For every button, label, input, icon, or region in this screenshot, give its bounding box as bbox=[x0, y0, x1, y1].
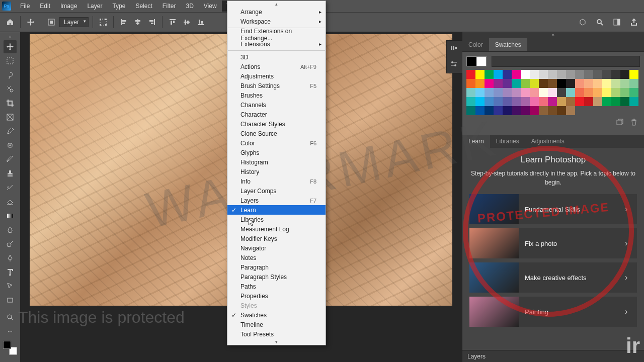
menuitem-brushes[interactable]: Brushes bbox=[227, 90, 326, 100]
lesson-fix-a-photo[interactable]: Fix a photo› bbox=[469, 228, 637, 258]
swatch[interactable] bbox=[494, 79, 503, 88]
swatch[interactable] bbox=[503, 106, 512, 115]
swatch[interactable] bbox=[593, 79, 602, 88]
swatch[interactable] bbox=[548, 70, 557, 79]
swatch[interactable] bbox=[485, 97, 494, 106]
menuitem-arrange[interactable]: Arrange bbox=[227, 7, 326, 17]
align-vcenter-icon[interactable] bbox=[181, 16, 193, 28]
swatch[interactable] bbox=[494, 106, 503, 115]
menuitem-workspace[interactable]: Workspace bbox=[227, 17, 326, 26]
menu-edit[interactable]: Edit bbox=[35, 1, 55, 12]
eraser-tool[interactable] bbox=[4, 195, 17, 208]
properties-panel-icon[interactable] bbox=[450, 60, 460, 70]
menuitem-libraries[interactable]: Libraries bbox=[227, 215, 326, 224]
swatch[interactable] bbox=[557, 70, 566, 79]
swatch[interactable] bbox=[512, 79, 521, 88]
swatch[interactable] bbox=[503, 88, 512, 97]
tab-adjustments[interactable]: Adjustments bbox=[525, 135, 571, 148]
quick-select-tool[interactable] bbox=[4, 82, 17, 96]
menuitem-paragraph[interactable]: Paragraph bbox=[227, 262, 326, 272]
stamp-tool[interactable] bbox=[4, 167, 17, 180]
menu-3d[interactable]: 3D bbox=[181, 1, 198, 12]
zoom-tool[interactable] bbox=[4, 311, 17, 324]
swatch[interactable] bbox=[584, 88, 593, 97]
share-icon[interactable] bbox=[628, 16, 640, 28]
swatch[interactable] bbox=[575, 79, 584, 88]
swatch[interactable] bbox=[548, 106, 557, 115]
swatch[interactable] bbox=[503, 97, 512, 106]
new-swatch-icon[interactable] bbox=[616, 118, 624, 128]
swatch[interactable] bbox=[475, 70, 485, 79]
3d-mode-icon[interactable] bbox=[577, 16, 589, 28]
history-brush-tool[interactable] bbox=[4, 181, 17, 194]
auto-select-dropdown[interactable]: Layer bbox=[59, 17, 89, 27]
swatch[interactable] bbox=[593, 88, 602, 97]
menuitem-swatches[interactable]: Swatches bbox=[227, 310, 326, 320]
swatch[interactable] bbox=[557, 79, 566, 88]
menuitem-character-styles[interactable]: Character Styles bbox=[227, 119, 326, 129]
swatch[interactable] bbox=[521, 97, 530, 106]
swatch[interactable] bbox=[575, 88, 584, 97]
menuitem-tool-presets[interactable]: Tool Presets bbox=[227, 329, 326, 339]
swatch[interactable] bbox=[539, 106, 548, 115]
swatch[interactable] bbox=[466, 79, 475, 88]
layers-panel-tab[interactable]: Layers bbox=[462, 350, 644, 362]
menu-file[interactable]: File bbox=[15, 1, 35, 12]
eyedropper-tool[interactable] bbox=[4, 125, 17, 138]
edit-toolbar[interactable]: ··· bbox=[4, 325, 17, 338]
swatch[interactable] bbox=[620, 79, 629, 88]
swatch[interactable] bbox=[629, 79, 638, 88]
swatch[interactable] bbox=[521, 106, 530, 115]
menuitem-extensions[interactable]: Extensions bbox=[227, 39, 326, 49]
swatch[interactable] bbox=[521, 79, 530, 88]
lesson-fundamental-skills[interactable]: Fundamental Skills› bbox=[469, 194, 637, 224]
crop-tool[interactable] bbox=[4, 97, 17, 110]
menu-select[interactable]: Select bbox=[130, 1, 157, 12]
swatch[interactable] bbox=[602, 70, 611, 79]
tab-swatches[interactable]: Swatches bbox=[489, 38, 527, 51]
menuitem-character[interactable]: Character bbox=[227, 110, 326, 119]
swatch[interactable] bbox=[620, 88, 629, 97]
healing-tool[interactable] bbox=[4, 139, 17, 152]
swatch[interactable] bbox=[539, 88, 548, 97]
swatch[interactable] bbox=[611, 97, 620, 106]
swatch[interactable] bbox=[593, 97, 602, 106]
swatch[interactable] bbox=[566, 106, 575, 115]
menuitem-brush-settings[interactable]: Brush SettingsF5 bbox=[227, 81, 326, 90]
menuitem-layers[interactable]: LayersF7 bbox=[227, 196, 326, 205]
move-tool[interactable] bbox=[4, 40, 17, 53]
swatch[interactable] bbox=[512, 106, 521, 115]
swatch[interactable] bbox=[575, 97, 584, 106]
menuitem-notes[interactable]: Notes bbox=[227, 253, 326, 262]
menuitem-learn[interactable]: Learn bbox=[227, 205, 326, 215]
align-top-icon[interactable] bbox=[167, 16, 179, 28]
menuitem-channels[interactable]: Channels bbox=[227, 100, 326, 110]
swatch[interactable] bbox=[584, 79, 593, 88]
menuitem-adjustments[interactable]: Adjustments bbox=[227, 71, 326, 81]
menu-view[interactable]: View bbox=[199, 1, 222, 12]
menuitem-modifier-keys[interactable]: Modifier Keys bbox=[227, 234, 326, 243]
swatch[interactable] bbox=[602, 88, 611, 97]
auto-select-icon[interactable] bbox=[45, 16, 57, 28]
swatch[interactable] bbox=[566, 70, 575, 79]
menu-image[interactable]: Image bbox=[55, 1, 82, 12]
menu-layer[interactable]: Layer bbox=[82, 1, 107, 12]
menuitem-paragraph-styles[interactable]: Paragraph Styles bbox=[227, 272, 326, 282]
swatch[interactable] bbox=[548, 97, 557, 106]
swatch[interactable] bbox=[466, 70, 475, 79]
align-bottom-icon[interactable] bbox=[195, 16, 207, 28]
swatch[interactable] bbox=[485, 70, 494, 79]
swatch[interactable] bbox=[512, 97, 521, 106]
swatch[interactable] bbox=[629, 70, 638, 79]
swatch[interactable] bbox=[512, 88, 521, 97]
tab-handle[interactable]: » bbox=[4, 34, 17, 39]
dodge-tool[interactable] bbox=[4, 237, 17, 250]
swatch[interactable] bbox=[611, 79, 620, 88]
swatch[interactable] bbox=[593, 70, 602, 79]
swatch[interactable] bbox=[629, 88, 638, 97]
swatch-search[interactable] bbox=[492, 56, 640, 67]
lesson-painting[interactable]: Painting› bbox=[469, 297, 637, 327]
scroll-up-icon[interactable]: ▴ bbox=[227, 1, 326, 7]
swatch[interactable] bbox=[584, 97, 593, 106]
swatch[interactable] bbox=[521, 70, 530, 79]
